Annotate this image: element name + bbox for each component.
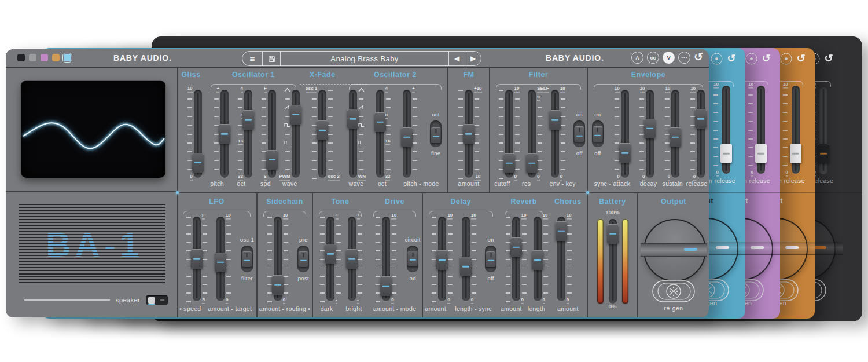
preset-name[interactable]: Analog Brass Baby: [281, 52, 449, 65]
filter-env-slider[interactable]: 100: [551, 90, 572, 178]
re-gen-button[interactable]: [652, 280, 695, 302]
slider-track[interactable]: [551, 90, 559, 178]
slider-track[interactable]: [274, 217, 282, 301]
theme-swatch-gray[interactable]: [29, 54, 36, 61]
slider-handle[interactable]: [219, 124, 230, 144]
slider-track[interactable]: [326, 217, 334, 301]
drc-length-slider[interactable]: 100: [462, 217, 483, 301]
slider-track[interactable]: [318, 90, 326, 178]
env-sustain-slider[interactable]: 100: [658, 90, 679, 178]
sidechain-routing-toggle[interactable]: prepost: [297, 217, 309, 301]
slider-track[interactable]: [382, 217, 390, 301]
slider-track[interactable]: [557, 217, 565, 301]
dot-circle-icon[interactable]: [781, 53, 792, 65]
slider-track[interactable]: [534, 217, 542, 301]
osc-mode-toggle[interactable]: octfine: [430, 90, 442, 178]
save-icon[interactable]: [263, 52, 281, 65]
battery-battery-slider[interactable]: [609, 219, 617, 304]
slider-handle[interactable]: [607, 224, 619, 244]
lfo-target-toggle[interactable]: osc 1filter: [240, 217, 254, 301]
lfo-amount-slider[interactable]: 100: [216, 217, 238, 301]
slider-track[interactable]: [216, 217, 225, 301]
dot-circle-icon[interactable]: [711, 53, 723, 65]
slider-track[interactable]: [349, 90, 357, 178]
filter-cutoff-slider[interactable]: 100: [492, 90, 527, 178]
preset-prev-button[interactable]: ◀: [449, 52, 465, 65]
voice-icon[interactable]: V: [663, 52, 675, 64]
slider-track[interactable]: [512, 217, 520, 301]
ellipsis-icon[interactable]: ⋯: [678, 52, 690, 64]
osc-pitch-slider[interactable]: +-: [403, 90, 424, 178]
toggle-track[interactable]: [241, 246, 253, 272]
osc-pitch-slider[interactable]: +-: [207, 90, 229, 178]
undo-icon[interactable]: ↺: [694, 52, 703, 63]
osc-spd-slider[interactable]: FS: [255, 90, 276, 178]
slider-handle[interactable]: [695, 109, 707, 129]
env-sync-toggle[interactable]: onoff: [592, 90, 604, 178]
drc-amount-slider[interactable]: 100: [499, 217, 534, 301]
filter-key-toggle[interactable]: onoff: [573, 90, 585, 178]
auto-icon[interactable]: A: [631, 52, 643, 64]
undo-icon[interactable]: ↺: [762, 53, 770, 65]
dark-release-slider[interactable]: [819, 86, 827, 174]
tonedrive-dark-slider[interactable]: +-: [313, 217, 348, 301]
slider-track[interactable]: [376, 90, 384, 178]
slider-track[interactable]: [438, 217, 446, 301]
toggle-track[interactable]: [297, 246, 309, 272]
theme-swatch-purple[interactable]: [41, 54, 48, 61]
tonedrive-mode-toggle[interactable]: circuitod: [405, 217, 421, 301]
drc-amount-slider[interactable]: 100: [557, 217, 579, 301]
slider-track[interactable]: [505, 90, 513, 178]
slider-handle[interactable]: [290, 105, 301, 125]
slider-handle[interactable]: [242, 110, 254, 130]
osc-gliss-slider[interactable]: 100: [181, 90, 202, 178]
osc-wave-slider[interactable]: PWM: [278, 90, 300, 178]
osc-oct-slider[interactable]: 481632: [231, 90, 252, 178]
theme-swatch-charcoal[interactable]: [17, 54, 25, 61]
undo-icon[interactable]: ↺: [796, 53, 805, 65]
tonedrive-bright-slider[interactable]: +-: [348, 217, 369, 301]
menu-icon[interactable]: ≡: [242, 52, 263, 65]
toggle-track[interactable]: [573, 120, 585, 147]
speaker-toggle[interactable]: [146, 295, 168, 305]
slider-track[interactable]: [193, 217, 201, 301]
sidechain-amount-slider[interactable]: 100: [260, 217, 295, 301]
slider-track[interactable]: [528, 90, 536, 178]
drc-amount-slider[interactable]: 100: [425, 217, 459, 301]
slider-track[interactable]: [194, 90, 202, 178]
filter-res-slider[interactable]: SELF90: [528, 90, 549, 178]
osc-xfade-slider[interactable]: osc 1osc 2: [305, 90, 340, 178]
slider-track[interactable]: [244, 90, 252, 178]
slider-handle[interactable]: [266, 150, 278, 170]
slider-track[interactable]: [268, 90, 276, 178]
env-release-slider[interactable]: 100: [683, 90, 705, 178]
slider-track[interactable]: [465, 90, 473, 178]
slider-track[interactable]: [646, 90, 654, 178]
undo-icon[interactable]: ↺: [824, 53, 833, 65]
cyan-release-slider[interactable]: [722, 86, 730, 174]
slider-track[interactable]: [621, 90, 629, 178]
purple-release-slider[interactable]: [757, 86, 765, 174]
env-attack-slider[interactable]: 100: [608, 90, 629, 178]
toggle-track[interactable]: [485, 246, 496, 272]
env-decay-slider[interactable]: 100: [632, 90, 654, 178]
drc-sync-toggle[interactable]: onoff: [485, 217, 496, 301]
cc-icon[interactable]: cc: [647, 52, 659, 64]
preset-next-button[interactable]: ▶: [465, 52, 481, 65]
slider-handle[interactable]: [192, 153, 204, 173]
tonedrive-amount-slider[interactable]: 100: [369, 217, 403, 301]
slider-track[interactable]: [292, 90, 300, 178]
undo-icon[interactable]: ↺: [727, 53, 735, 65]
slider-track[interactable]: [671, 90, 679, 178]
slider-track[interactable]: [697, 90, 705, 178]
slider-track[interactable]: [348, 217, 356, 301]
slider-track[interactable]: [462, 217, 470, 301]
theme-swatch-blue[interactable]: [64, 54, 71, 61]
orange-release-slider[interactable]: [792, 86, 800, 174]
osc-wave-slider[interactable]: WN: [349, 90, 370, 178]
osc-oct-slider[interactable]: 481632: [376, 90, 398, 178]
toggle-track[interactable]: [430, 120, 442, 147]
dot-circle-icon[interactable]: [746, 53, 757, 65]
slider-handle[interactable]: [644, 119, 656, 138]
slider-handle[interactable]: [619, 143, 631, 163]
